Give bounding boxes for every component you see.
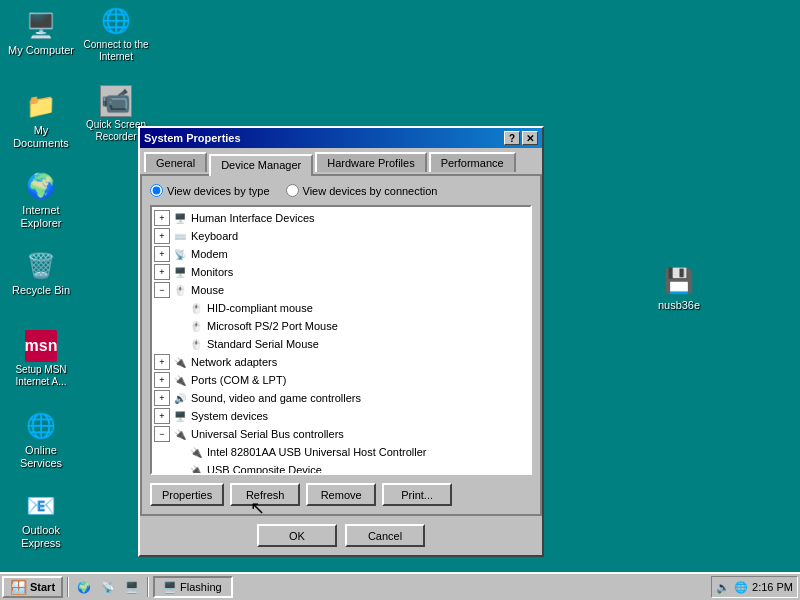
my-computer-icon: 🖥️ [25, 10, 57, 42]
taskbar-item-icon: 🖥️ [163, 581, 177, 594]
toggle-mouse[interactable]: − [154, 282, 170, 298]
tab-device-manager[interactable]: Device Manager [209, 154, 313, 176]
online-services-icon: 🌐 [25, 410, 57, 442]
toggle-keyboard[interactable]: + [154, 228, 170, 244]
toggle-network[interactable]: + [154, 354, 170, 370]
hid-icon: 🖥️ [172, 210, 188, 226]
usb-icon: 🔌 [172, 426, 188, 442]
serial-mouse-icon: 🖱️ [188, 336, 204, 352]
icon-nusb36e[interactable]: 💾 nusb36e [643, 265, 715, 312]
system-properties-dialog: System Properties ? ✕ General Device Man… [138, 126, 544, 557]
icon-internet-explorer[interactable]: 🌍 InternetExplorer [5, 170, 77, 230]
tree-item-system[interactable]: + 🖥️ System devices [154, 407, 528, 425]
print-button[interactable]: Print... [382, 483, 452, 506]
icon-msn[interactable]: msn Setup MSNInternet A... [5, 330, 77, 388]
refresh-button[interactable]: Refresh [230, 483, 300, 506]
tree-item-usb-composite[interactable]: 🔌 USB Composite Device [154, 461, 528, 475]
network-icon: 🔌 [172, 354, 188, 370]
keyboard-icon: ⌨️ [172, 228, 188, 244]
help-button[interactable]: ? [504, 131, 520, 145]
hid-mouse-icon: 🖱️ [188, 300, 204, 316]
outlook-express-icon: 📧 [25, 490, 57, 522]
tree-item-keyboard[interactable]: + ⌨️ Keyboard [154, 227, 528, 245]
toggle-system[interactable]: + [154, 408, 170, 424]
recycle-bin-icon: 🗑️ [25, 250, 57, 282]
intel-usb-icon: 🔌 [188, 444, 204, 460]
system-icon: 🖥️ [172, 408, 188, 424]
taskbar-divider-1 [67, 577, 69, 597]
radio-by-connection[interactable]: View devices by connection [286, 184, 438, 197]
tree-item-mouse[interactable]: − 🖱️ Mouse [154, 281, 528, 299]
icon-recycle-bin[interactable]: 🗑️ Recycle Bin [5, 250, 77, 297]
cancel-button[interactable]: Cancel [345, 524, 425, 547]
tray-time: 2:16 PM [752, 581, 793, 593]
icon-my-documents[interactable]: 📁 My Documents [5, 90, 77, 150]
taskbar-item-label: Flashing [180, 581, 222, 593]
tree-item-serial-mouse[interactable]: 🖱️ Standard Serial Mouse [154, 335, 528, 353]
icon-my-computer[interactable]: 🖥️ My Computer [5, 10, 77, 57]
close-button[interactable]: ✕ [522, 131, 538, 145]
tree-item-usb[interactable]: − 🔌 Universal Serial Bus controllers [154, 425, 528, 443]
modem-icon: 📡 [172, 246, 188, 262]
dialog-titlebar: System Properties ? ✕ [140, 128, 542, 148]
my-computer-label: My Computer [5, 44, 77, 57]
connect-internet-label: Connect to theInternet [80, 39, 152, 63]
icon-online-services[interactable]: 🌐 OnlineServices [5, 410, 77, 470]
msn-icon: msn [25, 330, 57, 362]
connect-internet-icon: 🌐 [100, 5, 132, 37]
tree-item-sound[interactable]: + 🔊 Sound, video and game controllers [154, 389, 528, 407]
tab-performance[interactable]: Performance [429, 152, 516, 172]
tree-item-ports[interactable]: + 🔌 Ports (COM & LPT) [154, 371, 528, 389]
tree-item-hid[interactable]: + 🖥️ Human Interface Devices [154, 209, 528, 227]
sound-icon: 🔊 [172, 390, 188, 406]
tab-hardware-profiles[interactable]: Hardware Profiles [315, 152, 426, 172]
nusb36e-label: nusb36e [643, 299, 715, 312]
outlook-express-label: OutlookExpress [5, 524, 77, 550]
online-services-label: OnlineServices [5, 444, 77, 470]
remove-button[interactable]: Remove [306, 483, 376, 506]
titlebar-buttons: ? ✕ [504, 131, 538, 145]
radio-by-type[interactable]: View devices by type [150, 184, 270, 197]
toggle-monitors[interactable]: + [154, 264, 170, 280]
view-options: View devices by type View devices by con… [150, 184, 532, 197]
windows-logo: 🪟 [10, 579, 27, 595]
tray-sound-icon[interactable]: 🔊 [716, 581, 730, 594]
nusb36e-icon: 💾 [663, 265, 695, 297]
start-button[interactable]: 🪟 Start [2, 576, 63, 598]
taskbar: 🪟 Start 🌍 📡 🖥️ 🖥️ Flashing 🔊 🌐 2:16 PM [0, 572, 800, 600]
ps2-mouse-icon: 🖱️ [188, 318, 204, 334]
toggle-sound[interactable]: + [154, 390, 170, 406]
properties-button[interactable]: Properties [150, 483, 224, 506]
start-label: Start [30, 581, 55, 593]
tree-item-modem[interactable]: + 📡 Modem [154, 245, 528, 263]
ports-icon: 🔌 [172, 372, 188, 388]
ok-button[interactable]: OK [257, 524, 337, 547]
quicklaunch-ie[interactable]: 🌍 [73, 581, 95, 594]
toggle-hid[interactable]: + [154, 210, 170, 226]
mouse-icon: 🖱️ [172, 282, 188, 298]
tree-item-intel-usb[interactable]: 🔌 Intel 82801AA USB Universal Host Contr… [154, 443, 528, 461]
recycle-bin-label: Recycle Bin [5, 284, 77, 297]
tree-item-ps2-mouse[interactable]: 🖱️ Microsoft PS/2 Port Mouse [154, 317, 528, 335]
dialog-bottom-buttons: OK Cancel [140, 524, 542, 547]
taskbar-item-flashing[interactable]: 🖥️ Flashing [153, 576, 233, 598]
tree-item-monitors[interactable]: + 🖥️ Monitors [154, 263, 528, 281]
tree-item-hid-mouse[interactable]: 🖱️ HID-compliant mouse [154, 299, 528, 317]
toggle-usb[interactable]: − [154, 426, 170, 442]
icon-outlook-express[interactable]: 📧 OutlookExpress [5, 490, 77, 550]
quicklaunch-icon3[interactable]: 🖥️ [121, 581, 143, 594]
usb-composite-icon: 🔌 [188, 462, 204, 475]
toggle-ports[interactable]: + [154, 372, 170, 388]
dialog-title: System Properties [144, 132, 241, 144]
device-tree[interactable]: + 🖥️ Human Interface Devices + ⌨️ Keyboa… [150, 205, 532, 475]
taskbar-divider-2 [147, 577, 149, 597]
tree-item-network[interactable]: + 🔌 Network adapters [154, 353, 528, 371]
tab-general[interactable]: General [144, 152, 207, 172]
icon-connect-internet[interactable]: 🌐 Connect to theInternet [80, 5, 152, 63]
toggle-modem[interactable]: + [154, 246, 170, 262]
my-documents-label: My Documents [5, 124, 77, 150]
my-documents-icon: 📁 [25, 90, 57, 122]
tab-content-device-manager: View devices by type View devices by con… [140, 174, 542, 516]
tray-network-icon[interactable]: 🌐 [734, 581, 748, 594]
quicklaunch-icon2[interactable]: 📡 [97, 581, 119, 594]
